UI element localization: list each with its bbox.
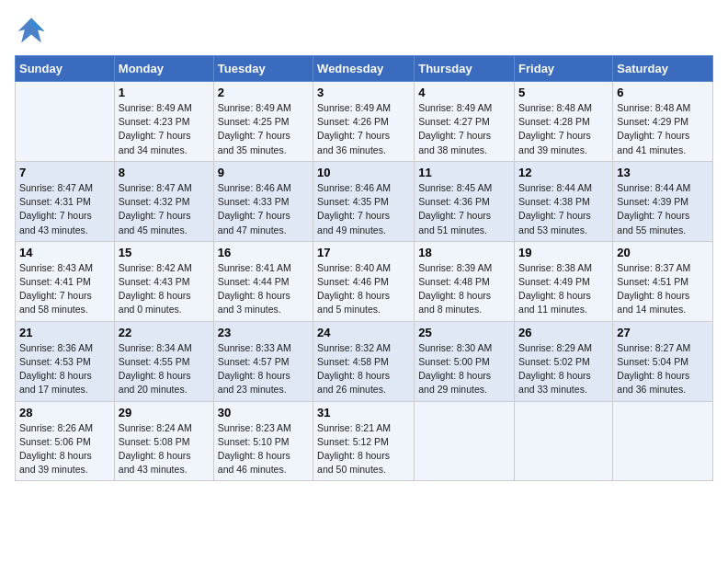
day-cell: 27Sunrise: 8:27 AM Sunset: 5:04 PM Dayli… xyxy=(613,321,713,401)
header xyxy=(15,15,713,48)
day-number: 21 xyxy=(19,326,110,339)
day-cell: 12Sunrise: 8:44 AM Sunset: 4:38 PM Dayli… xyxy=(515,161,613,241)
day-cell: 20Sunrise: 8:37 AM Sunset: 4:51 PM Dayli… xyxy=(613,241,713,321)
day-info: Sunrise: 8:48 AM Sunset: 4:29 PM Dayligh… xyxy=(617,101,709,157)
day-cell: 10Sunrise: 8:46 AM Sunset: 4:35 PM Dayli… xyxy=(313,161,415,241)
day-info: Sunrise: 8:23 AM Sunset: 5:10 PM Dayligh… xyxy=(218,421,309,477)
day-number: 30 xyxy=(218,406,309,419)
day-cell: 16Sunrise: 8:41 AM Sunset: 4:44 PM Dayli… xyxy=(213,241,313,321)
day-cell: 17Sunrise: 8:40 AM Sunset: 4:46 PM Dayli… xyxy=(313,241,415,321)
weekday-header-tuesday: Tuesday xyxy=(213,56,313,82)
day-cell: 2Sunrise: 8:49 AM Sunset: 4:25 PM Daylig… xyxy=(213,82,313,162)
day-info: Sunrise: 8:41 AM Sunset: 4:44 PM Dayligh… xyxy=(218,261,309,317)
day-info: Sunrise: 8:37 AM Sunset: 4:51 PM Dayligh… xyxy=(617,261,709,317)
day-number: 26 xyxy=(518,326,609,339)
day-number: 7 xyxy=(19,166,110,179)
day-info: Sunrise: 8:44 AM Sunset: 4:39 PM Dayligh… xyxy=(617,181,709,237)
day-info: Sunrise: 8:33 AM Sunset: 4:57 PM Dayligh… xyxy=(218,341,309,397)
day-number: 16 xyxy=(218,246,309,259)
day-info: Sunrise: 8:46 AM Sunset: 4:35 PM Dayligh… xyxy=(317,181,410,237)
day-cell xyxy=(415,401,515,481)
weekday-header-sunday: Sunday xyxy=(16,56,115,82)
day-number: 8 xyxy=(119,166,210,179)
day-number: 6 xyxy=(617,86,709,99)
day-cell: 1Sunrise: 8:49 AM Sunset: 4:23 PM Daylig… xyxy=(114,82,213,162)
weekday-header-wednesday: Wednesday xyxy=(313,56,415,82)
day-cell: 28Sunrise: 8:26 AM Sunset: 5:06 PM Dayli… xyxy=(16,401,115,481)
day-cell: 4Sunrise: 8:49 AM Sunset: 4:27 PM Daylig… xyxy=(415,82,515,162)
day-cell: 14Sunrise: 8:43 AM Sunset: 4:41 PM Dayli… xyxy=(16,241,115,321)
day-cell: 19Sunrise: 8:38 AM Sunset: 4:49 PM Dayli… xyxy=(515,241,613,321)
day-number: 15 xyxy=(119,246,210,259)
day-info: Sunrise: 8:47 AM Sunset: 4:32 PM Dayligh… xyxy=(119,181,210,237)
day-cell: 23Sunrise: 8:33 AM Sunset: 4:57 PM Dayli… xyxy=(213,321,313,401)
day-number: 22 xyxy=(119,326,210,339)
day-info: Sunrise: 8:47 AM Sunset: 4:31 PM Dayligh… xyxy=(19,181,110,237)
day-cell xyxy=(515,401,613,481)
week-row-5: 28Sunrise: 8:26 AM Sunset: 5:06 PM Dayli… xyxy=(16,401,713,481)
day-info: Sunrise: 8:46 AM Sunset: 4:33 PM Dayligh… xyxy=(218,181,309,237)
day-cell: 6Sunrise: 8:48 AM Sunset: 4:29 PM Daylig… xyxy=(613,82,713,162)
day-number: 25 xyxy=(418,326,510,339)
day-number: 19 xyxy=(518,246,609,259)
day-info: Sunrise: 8:32 AM Sunset: 4:58 PM Dayligh… xyxy=(317,341,410,397)
day-info: Sunrise: 8:49 AM Sunset: 4:23 PM Dayligh… xyxy=(119,101,210,157)
day-cell: 7Sunrise: 8:47 AM Sunset: 4:31 PM Daylig… xyxy=(16,161,115,241)
weekday-header-thursday: Thursday xyxy=(415,56,515,82)
day-info: Sunrise: 8:24 AM Sunset: 5:08 PM Dayligh… xyxy=(119,421,210,477)
day-number: 18 xyxy=(418,246,510,259)
logo-icon xyxy=(15,15,48,48)
day-number: 9 xyxy=(218,166,309,179)
day-cell: 9Sunrise: 8:46 AM Sunset: 4:33 PM Daylig… xyxy=(213,161,313,241)
day-cell: 31Sunrise: 8:21 AM Sunset: 5:12 PM Dayli… xyxy=(313,401,415,481)
day-cell: 5Sunrise: 8:48 AM Sunset: 4:28 PM Daylig… xyxy=(515,82,613,162)
day-number: 28 xyxy=(19,406,110,419)
day-number: 24 xyxy=(317,326,410,339)
day-number: 4 xyxy=(418,86,510,99)
logo xyxy=(15,15,51,48)
weekday-header-friday: Friday xyxy=(515,56,613,82)
calendar-table: SundayMondayTuesdayWednesdayThursdayFrid… xyxy=(15,55,713,481)
day-info: Sunrise: 8:44 AM Sunset: 4:38 PM Dayligh… xyxy=(518,181,609,237)
day-info: Sunrise: 8:40 AM Sunset: 4:46 PM Dayligh… xyxy=(317,261,410,317)
day-info: Sunrise: 8:45 AM Sunset: 4:36 PM Dayligh… xyxy=(418,181,510,237)
day-cell: 11Sunrise: 8:45 AM Sunset: 4:36 PM Dayli… xyxy=(415,161,515,241)
day-info: Sunrise: 8:39 AM Sunset: 4:48 PM Dayligh… xyxy=(418,261,510,317)
day-info: Sunrise: 8:21 AM Sunset: 5:12 PM Dayligh… xyxy=(317,421,410,477)
day-cell: 30Sunrise: 8:23 AM Sunset: 5:10 PM Dayli… xyxy=(213,401,313,481)
day-cell: 21Sunrise: 8:36 AM Sunset: 4:53 PM Dayli… xyxy=(16,321,115,401)
day-number: 14 xyxy=(19,246,110,259)
day-number: 20 xyxy=(617,246,709,259)
day-cell xyxy=(16,82,115,162)
day-cell: 8Sunrise: 8:47 AM Sunset: 4:32 PM Daylig… xyxy=(114,161,213,241)
day-number: 11 xyxy=(418,166,510,179)
weekday-header-monday: Monday xyxy=(114,56,213,82)
week-row-4: 21Sunrise: 8:36 AM Sunset: 4:53 PM Dayli… xyxy=(16,321,713,401)
day-cell: 24Sunrise: 8:32 AM Sunset: 4:58 PM Dayli… xyxy=(313,321,415,401)
day-cell: 18Sunrise: 8:39 AM Sunset: 4:48 PM Dayli… xyxy=(415,241,515,321)
day-info: Sunrise: 8:27 AM Sunset: 5:04 PM Dayligh… xyxy=(617,341,709,397)
day-number: 31 xyxy=(317,406,410,419)
day-cell: 26Sunrise: 8:29 AM Sunset: 5:02 PM Dayli… xyxy=(515,321,613,401)
day-info: Sunrise: 8:43 AM Sunset: 4:41 PM Dayligh… xyxy=(19,261,110,317)
day-info: Sunrise: 8:42 AM Sunset: 4:43 PM Dayligh… xyxy=(119,261,210,317)
day-cell: 15Sunrise: 8:42 AM Sunset: 4:43 PM Dayli… xyxy=(114,241,213,321)
day-info: Sunrise: 8:48 AM Sunset: 4:28 PM Dayligh… xyxy=(518,101,609,157)
day-number: 17 xyxy=(317,246,410,259)
day-number: 12 xyxy=(518,166,609,179)
day-number: 29 xyxy=(119,406,210,419)
day-cell: 22Sunrise: 8:34 AM Sunset: 4:55 PM Dayli… xyxy=(114,321,213,401)
day-info: Sunrise: 8:30 AM Sunset: 5:00 PM Dayligh… xyxy=(418,341,510,397)
day-number: 3 xyxy=(317,86,410,99)
day-number: 13 xyxy=(617,166,709,179)
day-info: Sunrise: 8:49 AM Sunset: 4:26 PM Dayligh… xyxy=(317,101,410,157)
week-row-3: 14Sunrise: 8:43 AM Sunset: 4:41 PM Dayli… xyxy=(16,241,713,321)
day-info: Sunrise: 8:26 AM Sunset: 5:06 PM Dayligh… xyxy=(19,421,110,477)
day-cell: 13Sunrise: 8:44 AM Sunset: 4:39 PM Dayli… xyxy=(613,161,713,241)
week-row-2: 7Sunrise: 8:47 AM Sunset: 4:31 PM Daylig… xyxy=(16,161,713,241)
week-row-1: 1Sunrise: 8:49 AM Sunset: 4:23 PM Daylig… xyxy=(16,82,713,162)
day-number: 23 xyxy=(218,326,309,339)
day-cell: 3Sunrise: 8:49 AM Sunset: 4:26 PM Daylig… xyxy=(313,82,415,162)
day-number: 27 xyxy=(617,326,709,339)
day-cell: 29Sunrise: 8:24 AM Sunset: 5:08 PM Dayli… xyxy=(114,401,213,481)
